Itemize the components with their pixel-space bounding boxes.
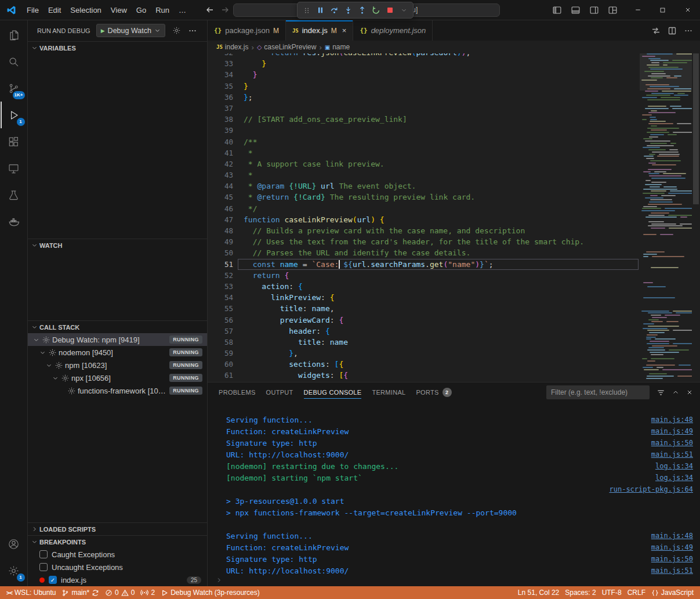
menu-item[interactable]: View <box>106 3 132 17</box>
line-number[interactable]: 54 <box>208 292 233 303</box>
status-remote-indicator[interactable]: ><WSL: Ubuntu <box>3 586 59 599</box>
status-language-mode[interactable]: JavaScript <box>648 586 697 599</box>
console-source-link[interactable]: main.js:48 <box>651 532 694 540</box>
line-number[interactable]: 36 <box>208 92 233 103</box>
console-source-link[interactable]: main.js:51 <box>651 450 694 459</box>
line-number[interactable]: 58 <box>208 337 233 348</box>
line-number[interactable]: 50 <box>208 247 233 258</box>
chevron-down-icon[interactable] <box>397 3 411 17</box>
console-source-link[interactable]: log.js:34 <box>655 462 694 470</box>
split-editor-icon[interactable] <box>668 26 677 35</box>
tab-package.json[interactable]: {}package.jsonM <box>208 20 286 41</box>
code-line[interactable]: 37 <box>208 103 640 114</box>
code-line[interactable]: 47function caseLinkPreview(url) { <box>208 214 640 225</box>
code-line[interactable]: 45 * @return {!Card} The resulting previ… <box>208 192 640 203</box>
explorer-icon[interactable] <box>1 21 27 48</box>
code-line[interactable]: 44 * @param {!URL} url The event object. <box>208 181 640 192</box>
code-line[interactable]: 54 linkPreview: { <box>208 292 640 303</box>
status-forwarded-ports[interactable]: 2 <box>137 586 158 599</box>
layout-sidebar-right-icon[interactable] <box>586 2 602 17</box>
line-number[interactable]: 39 <box>208 125 233 136</box>
forward-icon[interactable] <box>219 5 231 15</box>
panel-tab-debug-console[interactable]: DEBUG CONSOLE <box>299 383 367 402</box>
debug-config-dropdown[interactable]: ▶ Debug Watch <box>96 24 165 37</box>
console-source-link[interactable]: main.js:49 <box>651 543 694 551</box>
code-line[interactable]: 40/** <box>208 136 640 147</box>
line-number[interactable]: 43 <box>208 169 233 181</box>
tab-index.js[interactable]: JSindex.jsM× <box>286 20 354 41</box>
code-line[interactable]: 60 sections: [{ <box>208 359 640 370</box>
breakpoint-checkbox[interactable] <box>39 563 48 571</box>
run-debug-icon[interactable]: 1 <box>1 102 27 128</box>
breakpoint-row[interactable]: Caught Exceptions <box>28 548 207 561</box>
console-source-link[interactable]: run-script-pkg.js:64 <box>610 485 695 493</box>
status-encoding[interactable]: UTF-8 <box>599 586 625 599</box>
launch-settings-gear-icon[interactable] <box>172 26 181 35</box>
call-stack-row[interactable]: npm [10623]RUNNING <box>28 359 207 371</box>
line-number[interactable]: 44 <box>208 181 233 192</box>
breadcrumb[interactable]: JSindex.js›◇caseLinkPreview›▣name <box>208 41 700 53</box>
code-line[interactable]: 36}; <box>208 92 640 103</box>
remote-explorer-icon[interactable] <box>1 155 27 182</box>
call-stack-row[interactable]: npx [10656]RUNNING <box>28 371 207 384</box>
close-icon[interactable] <box>675 0 700 20</box>
code-line[interactable]: 34 } <box>208 69 640 80</box>
status-eol[interactable]: CRLF <box>625 586 648 599</box>
breadcrumb-item[interactable]: ◇caseLinkPreview <box>257 43 317 51</box>
line-number[interactable]: 45 <box>208 192 233 203</box>
code-line[interactable]: 55 title: name, <box>208 303 640 314</box>
menu-item[interactable]: Run <box>151 3 174 17</box>
line-number[interactable]: 37 <box>208 103 233 114</box>
maximize-icon[interactable] <box>650 0 675 20</box>
section-loaded-scripts[interactable]: LOADED SCRIPTS <box>28 522 207 535</box>
line-number[interactable]: 59 <box>208 348 233 359</box>
code-line[interactable]: 38// [START add_ons_case_preview_link] <box>208 114 640 125</box>
open-changes-icon[interactable] <box>651 26 661 35</box>
breakpoint-row[interactable]: Uncaught Exceptions <box>28 561 207 573</box>
console-source-link[interactable]: log.js:34 <box>655 474 694 482</box>
section-watch[interactable]: WATCH <box>28 239 207 251</box>
chevron-down-icon[interactable] <box>44 362 53 369</box>
code-line[interactable]: 50 // Parses the URL and identify the ca… <box>208 247 640 258</box>
filter-icon[interactable] <box>657 388 665 397</box>
status-debug-session[interactable]: Debug Watch (3p-resources) <box>158 586 263 599</box>
line-number[interactable]: 46 <box>208 203 233 214</box>
tab-deployment.json[interactable]: {}deployment.json <box>353 20 433 41</box>
breadcrumb-item[interactable]: JSindex.js <box>216 43 249 51</box>
line-number[interactable]: 47 <box>208 214 233 225</box>
menu-item[interactable]: … <box>174 3 191 17</box>
step-out-icon[interactable] <box>356 3 369 17</box>
status-git-branch[interactable]: main* <box>59 586 102 599</box>
gripper-icon[interactable] <box>300 3 313 17</box>
line-number[interactable]: 51 <box>208 259 233 270</box>
code-line[interactable]: 56 previewCard: { <box>208 315 640 326</box>
line-number[interactable]: 32 <box>208 53 233 58</box>
status-problems[interactable]: 00 <box>102 586 137 599</box>
code-line[interactable]: 35} <box>208 81 640 92</box>
code-line[interactable]: 39 <box>208 125 640 136</box>
more-actions-icon[interactable] <box>684 26 693 35</box>
line-number[interactable]: 38 <box>208 114 233 125</box>
line-number[interactable]: 55 <box>208 303 233 314</box>
line-number[interactable]: 48 <box>208 225 233 236</box>
code-line[interactable]: 59 }, <box>208 348 640 359</box>
step-into-icon[interactable] <box>342 3 355 17</box>
status-indentation[interactable]: Spaces: 2 <box>562 586 599 599</box>
console-source-link[interactable]: main.js:50 <box>651 439 694 447</box>
code-line[interactable]: 42 * A support case link preview. <box>208 158 640 169</box>
layout-grid-icon[interactable] <box>604 2 621 17</box>
pause-icon[interactable] <box>314 3 327 17</box>
code-line[interactable]: 57 header: { <box>208 326 640 337</box>
back-icon[interactable] <box>204 5 216 15</box>
minimize-icon[interactable] <box>625 0 650 20</box>
code-line[interactable]: 61 widgets: [{ <box>208 370 640 381</box>
chevron-down-icon[interactable] <box>50 375 60 381</box>
console-source-link[interactable]: main.js:50 <box>651 555 694 563</box>
source-control-icon[interactable]: 1K+ <box>1 75 27 102</box>
step-over-icon[interactable] <box>328 3 341 17</box>
code-line[interactable]: 43 * <box>208 169 640 181</box>
start-debugging-icon[interactable]: ▶ <box>101 28 105 34</box>
line-number[interactable]: 60 <box>208 359 233 370</box>
panel-tab-terminal[interactable]: TERMINAL <box>367 383 411 402</box>
line-number[interactable]: 33 <box>208 58 233 69</box>
